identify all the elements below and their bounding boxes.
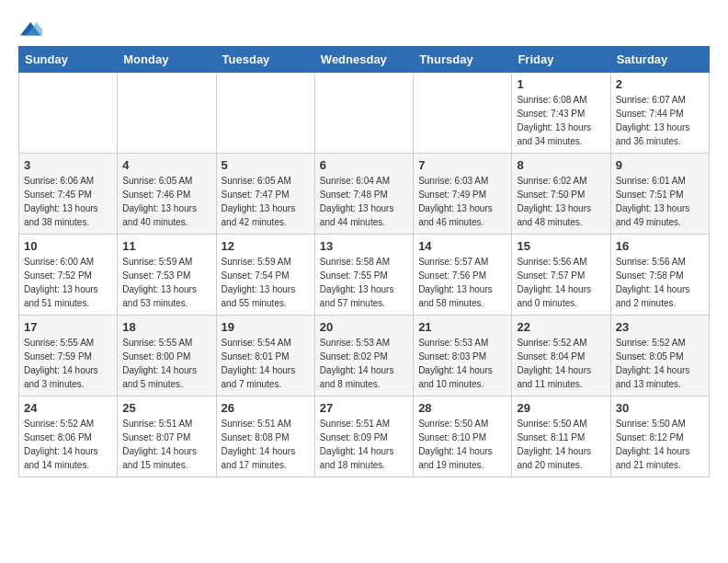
- calendar-day-16: 16Sunrise: 5:56 AM Sunset: 7:58 PM Dayli…: [610, 235, 709, 316]
- day-number: 26: [222, 401, 310, 415]
- day-info: Sunrise: 5:50 AM Sunset: 8:11 PM Dayligh…: [517, 417, 605, 472]
- day-of-week-tuesday: Tuesday: [216, 47, 314, 73]
- calendar-day-3: 3Sunrise: 6:06 AM Sunset: 7:45 PM Daylig…: [19, 154, 118, 235]
- calendar-day-2: 2Sunrise: 6:07 AM Sunset: 7:44 PM Daylig…: [610, 73, 709, 154]
- day-number: 21: [418, 320, 506, 334]
- day-number: 4: [122, 158, 210, 172]
- calendar-day-empty: [216, 73, 314, 154]
- calendar-day-11: 11Sunrise: 5:59 AM Sunset: 7:53 PM Dayli…: [118, 235, 216, 316]
- day-info: Sunrise: 5:51 AM Sunset: 8:08 PM Dayligh…: [222, 417, 310, 472]
- day-number: 9: [616, 158, 704, 172]
- day-number: 3: [24, 158, 112, 172]
- calendar-day-empty: [118, 73, 216, 154]
- calendar-day-21: 21Sunrise: 5:53 AM Sunset: 8:03 PM Dayli…: [414, 316, 512, 396]
- calendar-day-15: 15Sunrise: 5:56 AM Sunset: 7:57 PM Dayli…: [512, 235, 610, 316]
- day-number: 24: [24, 401, 112, 415]
- calendar-header-row: SundayMondayTuesdayWednesdayThursdayFrid…: [19, 47, 710, 73]
- day-number: 25: [122, 401, 210, 415]
- calendar-day-empty: [19, 73, 118, 154]
- day-number: 1: [517, 77, 605, 91]
- calendar-day-28: 28Sunrise: 5:50 AM Sunset: 8:10 PM Dayli…: [414, 396, 512, 477]
- day-info: Sunrise: 6:04 AM Sunset: 7:48 PM Dayligh…: [320, 174, 408, 229]
- day-info: Sunrise: 6:03 AM Sunset: 7:49 PM Dayligh…: [418, 174, 506, 229]
- calendar-table: SundayMondayTuesdayWednesdayThursdayFrid…: [18, 46, 710, 477]
- calendar-day-14: 14Sunrise: 5:57 AM Sunset: 7:56 PM Dayli…: [414, 235, 512, 316]
- day-number: 7: [418, 158, 506, 172]
- day-number: 13: [320, 239, 408, 253]
- day-number: 29: [517, 401, 605, 415]
- day-info: Sunrise: 5:53 AM Sunset: 8:03 PM Dayligh…: [418, 336, 506, 391]
- day-info: Sunrise: 6:02 AM Sunset: 7:50 PM Dayligh…: [517, 174, 605, 229]
- day-info: Sunrise: 5:59 AM Sunset: 7:54 PM Dayligh…: [222, 255, 310, 310]
- calendar-day-27: 27Sunrise: 5:51 AM Sunset: 8:09 PM Dayli…: [314, 396, 413, 477]
- calendar-week-row: 17Sunrise: 5:55 AM Sunset: 7:59 PM Dayli…: [19, 316, 710, 396]
- calendar-day-22: 22Sunrise: 5:52 AM Sunset: 8:04 PM Dayli…: [512, 316, 610, 396]
- day-of-week-thursday: Thursday: [414, 47, 512, 73]
- calendar-day-20: 20Sunrise: 5:53 AM Sunset: 8:02 PM Dayli…: [314, 316, 413, 396]
- calendar-day-18: 18Sunrise: 5:55 AM Sunset: 8:00 PM Dayli…: [118, 316, 216, 396]
- calendar-day-9: 9Sunrise: 6:01 AM Sunset: 7:51 PM Daylig…: [610, 154, 709, 235]
- calendar-day-empty: [314, 73, 413, 154]
- day-info: Sunrise: 5:52 AM Sunset: 8:06 PM Dayligh…: [24, 417, 112, 472]
- calendar-day-6: 6Sunrise: 6:04 AM Sunset: 7:48 PM Daylig…: [314, 154, 413, 235]
- day-number: 23: [616, 320, 704, 334]
- day-of-week-friday: Friday: [512, 47, 610, 73]
- calendar-day-13: 13Sunrise: 5:58 AM Sunset: 7:55 PM Dayli…: [314, 235, 413, 316]
- page-header: [18, 18, 710, 37]
- day-info: Sunrise: 5:51 AM Sunset: 8:09 PM Dayligh…: [320, 417, 408, 472]
- day-info: Sunrise: 5:59 AM Sunset: 7:53 PM Dayligh…: [122, 255, 210, 310]
- day-of-week-monday: Monday: [118, 47, 216, 73]
- calendar-day-23: 23Sunrise: 5:52 AM Sunset: 8:05 PM Dayli…: [610, 316, 709, 396]
- day-info: Sunrise: 5:52 AM Sunset: 8:05 PM Dayligh…: [616, 336, 704, 391]
- calendar-week-row: 10Sunrise: 6:00 AM Sunset: 7:52 PM Dayli…: [19, 235, 710, 316]
- day-info: Sunrise: 6:05 AM Sunset: 7:47 PM Dayligh…: [222, 174, 310, 229]
- day-number: 19: [222, 320, 310, 334]
- day-number: 14: [418, 239, 506, 253]
- calendar-week-row: 24Sunrise: 5:52 AM Sunset: 8:06 PM Dayli…: [19, 396, 710, 477]
- day-info: Sunrise: 6:05 AM Sunset: 7:46 PM Dayligh…: [122, 174, 210, 229]
- day-number: 12: [222, 239, 310, 253]
- day-number: 15: [517, 239, 605, 253]
- day-info: Sunrise: 5:54 AM Sunset: 8:01 PM Dayligh…: [222, 336, 310, 391]
- day-number: 17: [24, 320, 112, 334]
- day-number: 18: [122, 320, 210, 334]
- day-info: Sunrise: 5:53 AM Sunset: 8:02 PM Dayligh…: [320, 336, 408, 391]
- day-info: Sunrise: 5:56 AM Sunset: 7:58 PM Dayligh…: [616, 255, 704, 310]
- calendar-day-24: 24Sunrise: 5:52 AM Sunset: 8:06 PM Dayli…: [19, 396, 118, 477]
- logo: [18, 18, 42, 37]
- day-of-week-sunday: Sunday: [19, 47, 118, 73]
- day-number: 30: [616, 401, 704, 415]
- calendar-day-29: 29Sunrise: 5:50 AM Sunset: 8:11 PM Dayli…: [512, 396, 610, 477]
- calendar-day-10: 10Sunrise: 6:00 AM Sunset: 7:52 PM Dayli…: [19, 235, 118, 316]
- day-info: Sunrise: 5:56 AM Sunset: 7:57 PM Dayligh…: [517, 255, 605, 310]
- logo-icon: [20, 18, 42, 40]
- calendar-day-25: 25Sunrise: 5:51 AM Sunset: 8:07 PM Dayli…: [118, 396, 216, 477]
- day-info: Sunrise: 6:01 AM Sunset: 7:51 PM Dayligh…: [616, 174, 704, 229]
- day-info: Sunrise: 6:07 AM Sunset: 7:44 PM Dayligh…: [616, 93, 704, 148]
- day-info: Sunrise: 5:52 AM Sunset: 8:04 PM Dayligh…: [517, 336, 605, 391]
- day-info: Sunrise: 5:57 AM Sunset: 7:56 PM Dayligh…: [418, 255, 506, 310]
- day-number: 8: [517, 158, 605, 172]
- day-info: Sunrise: 5:51 AM Sunset: 8:07 PM Dayligh…: [122, 417, 210, 472]
- day-info: Sunrise: 5:55 AM Sunset: 7:59 PM Dayligh…: [24, 336, 112, 391]
- day-info: Sunrise: 5:50 AM Sunset: 8:12 PM Dayligh…: [616, 417, 704, 472]
- day-number: 16: [616, 239, 704, 253]
- calendar-day-7: 7Sunrise: 6:03 AM Sunset: 7:49 PM Daylig…: [414, 154, 512, 235]
- day-number: 6: [320, 158, 408, 172]
- day-info: Sunrise: 5:55 AM Sunset: 8:00 PM Dayligh…: [122, 336, 210, 391]
- day-info: Sunrise: 6:06 AM Sunset: 7:45 PM Dayligh…: [24, 174, 112, 229]
- day-of-week-saturday: Saturday: [610, 47, 709, 73]
- calendar-day-5: 5Sunrise: 6:05 AM Sunset: 7:47 PM Daylig…: [216, 154, 314, 235]
- calendar-day-8: 8Sunrise: 6:02 AM Sunset: 7:50 PM Daylig…: [512, 154, 610, 235]
- calendar-week-row: 3Sunrise: 6:06 AM Sunset: 7:45 PM Daylig…: [19, 154, 710, 235]
- calendar-day-19: 19Sunrise: 5:54 AM Sunset: 8:01 PM Dayli…: [216, 316, 314, 396]
- calendar-day-1: 1Sunrise: 6:08 AM Sunset: 7:43 PM Daylig…: [512, 73, 610, 154]
- day-number: 20: [320, 320, 408, 334]
- day-number: 10: [24, 239, 112, 253]
- day-info: Sunrise: 5:58 AM Sunset: 7:55 PM Dayligh…: [320, 255, 408, 310]
- day-number: 22: [517, 320, 605, 334]
- calendar-day-empty: [414, 73, 512, 154]
- calendar-week-row: 1Sunrise: 6:08 AM Sunset: 7:43 PM Daylig…: [19, 73, 710, 154]
- day-info: Sunrise: 6:08 AM Sunset: 7:43 PM Dayligh…: [517, 93, 605, 148]
- day-number: 27: [320, 401, 408, 415]
